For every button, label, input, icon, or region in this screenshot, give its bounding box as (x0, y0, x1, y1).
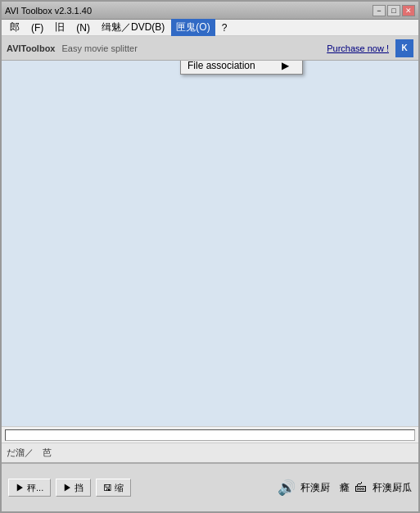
volume-label: 秆澳厨 癃 (300, 481, 350, 495)
menu-item-dvd[interactable]: 缉魅／DVD(B) (97, 19, 169, 36)
btn-save-label: 🖫 缩 (103, 482, 124, 494)
status-bar: だ溜／ 芭 (2, 443, 418, 462)
maximize-button[interactable]: □ (387, 5, 400, 16)
menu-item-help[interactable]: ? (217, 20, 233, 35)
status-label: だ溜／ 芭 (7, 447, 52, 459)
menu-item-nav[interactable]: (N) (71, 20, 95, 35)
title-bar: AVI Toolbox v2.3.1.40 − □ ✕ (2, 2, 418, 20)
btn-stop-label: ▶ 挡 (63, 482, 84, 494)
speaker-icon: 🔊 (278, 479, 296, 497)
menu-item-edit[interactable]: (F) (26, 20, 48, 35)
btn-save[interactable]: 🖫 缩 (96, 479, 131, 497)
progress-area (2, 426, 418, 443)
dropdown-menu: 奈é(Z) File association ▶ (180, 61, 303, 75)
window-title: AVI Toolbox v2.3.1.40 (5, 6, 92, 16)
toolbar: AVIToolbox Easy movie splitter Purchase … (2, 36, 418, 61)
purchase-button[interactable]: Purchase now ! (327, 43, 389, 53)
keyboard-icon: 🖮 (355, 480, 368, 495)
btn-open-label: ▶ 秤... (16, 482, 43, 494)
bottom-buttons: ▶ 秤... ▶ 挡 🖫 缩 🔊 秆澳厨 癃 🖮 秆澳厨瓜 (2, 464, 418, 511)
main-content: 奈é(Z) File association ▶ (2, 61, 418, 426)
menu-item-view[interactable]: 旧 (50, 19, 70, 36)
window-controls: − □ ✕ (373, 5, 415, 16)
dropdown-item-file-assoc[interactable]: File association ▶ (181, 61, 302, 74)
dropdown-item-file-assoc-label: File association (187, 61, 255, 71)
btn-open[interactable]: ▶ 秤... (8, 479, 51, 497)
toolbar-tagline: Easy movie splitter (61, 43, 320, 53)
submenu-arrow-icon: ▶ (282, 61, 289, 71)
btn-stop[interactable]: ▶ 挡 (56, 479, 91, 497)
keyboard-label: 秆澳厨瓜 (373, 481, 412, 495)
minimize-button[interactable]: − (373, 5, 386, 16)
dropdown-overlay: 奈é(Z) File association ▶ (2, 61, 418, 426)
progress-bar (5, 429, 415, 441)
bottom-bar: ▶ 秤... ▶ 挡 🖫 缩 🔊 秆澳厨 癃 🖮 秆澳厨瓜 (2, 462, 418, 511)
menu-bar: 郎 (F) 旧 (N) 缉魅／DVD(B) 匣鬼(O) ? (2, 20, 418, 36)
close-button[interactable]: ✕ (402, 5, 415, 16)
main-window: AVI Toolbox v2.3.1.40 − □ ✕ 郎 (F) 旧 (N) … (0, 0, 420, 513)
toolbar-icon[interactable]: K (395, 39, 413, 57)
menu-item-file[interactable]: 郎 (5, 19, 25, 36)
menu-item-options[interactable]: 匣鬼(O) (171, 19, 215, 36)
toolbar-brand: AVIToolbox (7, 43, 55, 53)
